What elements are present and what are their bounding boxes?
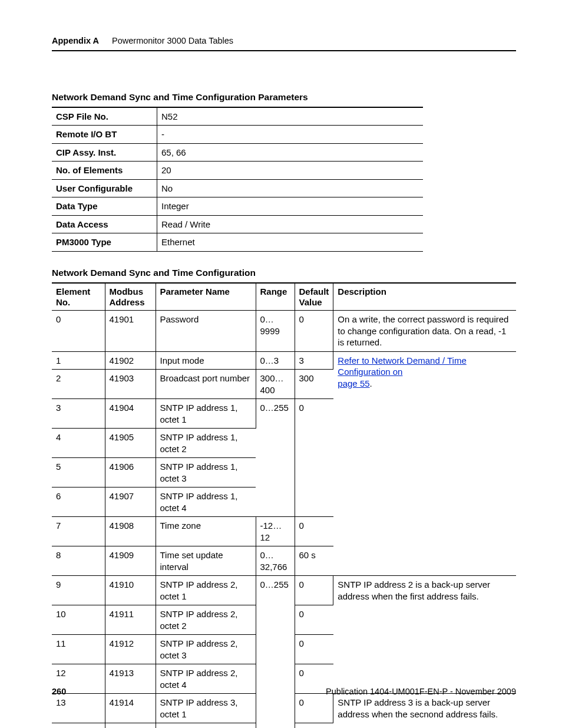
cell-elem: 9 xyxy=(52,576,105,605)
table-row: 0 41901 Password 0…9999 0 On a write, th… xyxy=(52,311,516,352)
cell-mod: 41912 xyxy=(105,635,156,664)
cell-mod: 41901 xyxy=(105,311,156,352)
col-element-no: ElementNo. xyxy=(52,283,105,311)
col-range: Range xyxy=(256,283,295,311)
param-label: Data Access xyxy=(52,215,157,233)
cell-elem: 6 xyxy=(52,487,105,517)
col-modbus-address: ModbusAddress xyxy=(105,283,156,311)
cell-range: 0…32,766 xyxy=(256,546,295,576)
cell-mod: 41911 xyxy=(105,605,156,635)
table-row: Data TypeInteger xyxy=(52,197,423,216)
cell-def: 60 s xyxy=(295,546,333,576)
cell-elem: 1 xyxy=(52,351,105,370)
cell-mod: 41906 xyxy=(105,458,156,487)
cell-range: 0…255 xyxy=(256,576,295,728)
header-rule xyxy=(52,50,516,51)
param-label: CSP File No. xyxy=(52,107,157,126)
param-value: Read / Write xyxy=(157,215,424,233)
cell-mod: 41914 xyxy=(105,694,156,723)
table-row: 1 41902 Input mode 0…3 3 Refer to Networ… xyxy=(52,351,516,370)
param-label: Remote I/O BT xyxy=(52,126,157,144)
cell-def: 0 xyxy=(295,723,333,728)
param-label: PM3000 Type xyxy=(52,233,157,252)
table-row: PM3000 TypeEthernet xyxy=(52,233,423,252)
param-label: CIP Assy. Inst. xyxy=(52,143,157,162)
cell-range: -12…12 xyxy=(256,517,295,546)
cell-range: 0…9999 xyxy=(256,311,295,352)
cell-mod: 41903 xyxy=(105,370,156,399)
config-title: Network Demand Sync and Time Configurati… xyxy=(52,267,516,279)
cell-elem: 0 xyxy=(52,311,105,352)
cell-mod: 41910 xyxy=(105,576,156,605)
cell-name: Input mode xyxy=(156,351,256,370)
params-title: Network Demand Sync and Time Configurati… xyxy=(52,91,516,103)
cell-name: Broadcast port number xyxy=(156,370,256,399)
cell-mod: 41907 xyxy=(105,487,156,517)
table-row: No. of Elements20 xyxy=(52,162,423,180)
param-value: 20 xyxy=(157,162,424,180)
table-row: CIP Assy. Inst.65, 66 xyxy=(52,143,423,162)
cell-name: Time zone xyxy=(156,517,256,546)
table-row: Remote I/O BT- xyxy=(52,126,423,144)
cell-mod: 41909 xyxy=(105,546,156,576)
cell-desc: SNTP IP address 3 is a back-up server ad… xyxy=(333,694,516,728)
table-header-row: ElementNo. ModbusAddress Parameter Name … xyxy=(52,283,516,311)
cell-def: 0 xyxy=(295,605,333,635)
cell-elem: 5 xyxy=(52,458,105,487)
cell-elem: 11 xyxy=(52,635,105,664)
param-value: Ethernet xyxy=(157,233,424,252)
param-value: N52 xyxy=(157,107,424,126)
col-parameter-name: Parameter Name xyxy=(156,283,256,311)
cell-def: 0 xyxy=(295,635,333,664)
cell-def: 0 xyxy=(295,694,333,723)
config-table: ElementNo. ModbusAddress Parameter Name … xyxy=(52,282,516,728)
link-network-demand[interactable]: Refer to Network Demand / Time Configura… xyxy=(338,355,466,388)
cell-name: SNTP IP address 1, octet 4 xyxy=(156,487,256,517)
cell-def: 3 xyxy=(295,351,333,370)
cell-range: 0…3 xyxy=(256,351,295,370)
cell-name: SNTP IP address 3, octet 2 xyxy=(156,723,256,728)
cell-def: 300 xyxy=(295,370,333,399)
cell-elem: 8 xyxy=(52,546,105,576)
table-row: 9 41910 SNTP IP address 2, octet 1 0…255… xyxy=(52,576,516,605)
col-description: Description xyxy=(333,283,516,311)
cell-elem: 7 xyxy=(52,517,105,546)
param-label: No. of Elements xyxy=(52,162,157,180)
cell-name: SNTP IP address 1, octet 2 xyxy=(156,429,256,458)
cell-def: 0 xyxy=(295,311,333,352)
page-footer: 260 Publication 1404-UM001F-EN-P - Novem… xyxy=(52,686,516,697)
cell-name: SNTP IP address 2, octet 2 xyxy=(156,605,256,635)
cell-elem: 14 xyxy=(52,723,105,728)
param-value: - xyxy=(157,126,424,144)
param-label: Data Type xyxy=(52,197,157,216)
param-value: No xyxy=(157,179,424,197)
cell-mod: 41915 xyxy=(105,723,156,728)
cell-name: SNTP IP address 2, octet 3 xyxy=(156,635,256,664)
appendix-label: Appendix A xyxy=(52,35,99,47)
cell-def: 0 xyxy=(295,399,333,517)
cell-name: Time set update interval xyxy=(156,546,256,576)
cell-elem: 2 xyxy=(52,370,105,399)
cell-elem: 10 xyxy=(52,605,105,635)
cell-desc: Refer to Network Demand / Time Configura… xyxy=(333,351,516,576)
param-value: Integer xyxy=(157,197,424,216)
page-number: 260 xyxy=(52,686,66,697)
param-value: 65, 66 xyxy=(157,143,424,162)
cell-name: SNTP IP address 3, octet 1 xyxy=(156,694,256,723)
table-row: CSP File No.N52 xyxy=(52,107,423,126)
table-row: User ConfigurableNo xyxy=(52,179,423,197)
param-label: User Configurable xyxy=(52,179,157,197)
cell-elem: 13 xyxy=(52,694,105,723)
cell-mod: 41908 xyxy=(105,517,156,546)
cell-elem: 3 xyxy=(52,399,105,429)
cell-def: 0 xyxy=(295,517,333,546)
cell-range: 0…255 xyxy=(256,399,295,517)
page-header: Appendix A Powermonitor 3000 Data Tables xyxy=(52,35,516,47)
table-row: Data AccessRead / Write xyxy=(52,215,423,233)
header-title: Powermonitor 3000 Data Tables xyxy=(112,35,233,47)
col-default-value: DefaultValue xyxy=(295,283,333,311)
parameters-table: CSP File No.N52 Remote I/O BT- CIP Assy.… xyxy=(52,107,423,252)
cell-range: 300…400 xyxy=(256,370,295,399)
cell-desc: On a write, the correct password is requ… xyxy=(333,311,516,352)
cell-name: SNTP IP address 1, octet 3 xyxy=(156,458,256,487)
